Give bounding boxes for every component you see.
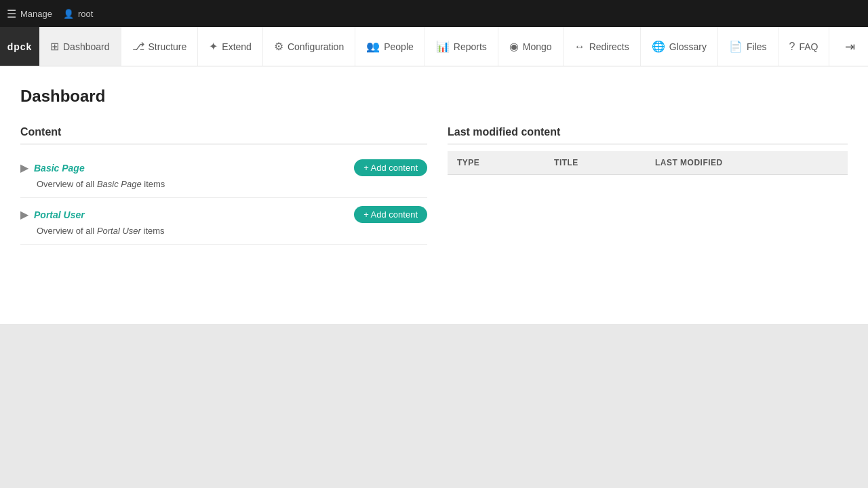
content-section: Content ▶ Basic Page + Add content Overv…	[20, 126, 427, 245]
nav-label-glossary: Glossary	[669, 41, 707, 52]
dashboard-icon: ⊞	[50, 40, 59, 53]
extend-icon: ✦	[209, 40, 218, 53]
two-column-layout: Content ▶ Basic Page + Add content Overv…	[20, 126, 848, 245]
main-nav: dpck ⊞ Dashboard ⎇ Structure ✦ Extend ⚙ …	[0, 27, 868, 66]
content-item-portal-user: ▶ Portal User + Add content Overview of …	[20, 198, 427, 245]
nav-label-files: Files	[747, 41, 767, 52]
col-last-modified: LAST MODIFIED	[646, 151, 848, 175]
user-label: root	[78, 9, 93, 19]
last-modified-section: Last modified content TYPE TITLE LAST MO…	[448, 126, 848, 245]
last-modified-table: TYPE TITLE LAST MODIFIED	[448, 151, 848, 175]
nav-items: ⊞ Dashboard ⎇ Structure ✦ Extend ⚙ Confi…	[39, 27, 829, 66]
last-modified-table-head: TYPE TITLE LAST MODIFIED	[448, 151, 848, 175]
nav-item-faq[interactable]: ? FAQ	[778, 27, 830, 66]
manage-label: Manage	[20, 9, 52, 19]
nav-label-reports: Reports	[454, 41, 487, 52]
content-item-basic-page: ▶ Basic Page + Add content Overview of a…	[20, 151, 427, 198]
content-item-basic-page-left: ▶ Basic Page	[20, 161, 85, 174]
nav-item-files[interactable]: 📄 Files	[718, 27, 778, 66]
content-item-portal-user-left: ▶ Portal User	[20, 208, 85, 221]
col-title: TITLE	[545, 151, 646, 175]
reports-icon: 📊	[436, 40, 450, 53]
structure-icon: ⎇	[132, 40, 144, 53]
basic-page-add-content-button[interactable]: + Add content	[354, 159, 427, 176]
redirects-icon: ↔	[574, 41, 585, 53]
manage-menu[interactable]: ☰ Manage	[7, 7, 52, 20]
basic-page-type-icon: ▶	[20, 161, 28, 174]
portal-user-link[interactable]: Portal User	[34, 209, 85, 220]
nav-item-extend[interactable]: ✦ Extend	[198, 27, 263, 66]
user-icon: 👤	[63, 9, 74, 19]
people-icon: 👥	[366, 40, 380, 53]
nav-label-dashboard: Dashboard	[63, 41, 110, 52]
content-item-basic-page-header: ▶ Basic Page + Add content	[20, 159, 427, 176]
nav-label-redirects: Redirects	[589, 41, 629, 52]
basic-page-description: Overview of all Basic Page items	[37, 179, 427, 189]
configuration-icon: ⚙	[274, 40, 283, 53]
nav-label-mongo: Mongo	[523, 41, 552, 52]
nav-item-glossary[interactable]: 🌐 Glossary	[641, 27, 718, 66]
page-content: Dashboard Content ▶ Basic Page + Add con…	[0, 66, 868, 324]
nav-right: ⇥	[829, 27, 868, 66]
nav-label-structure: Structure	[149, 41, 187, 52]
nav-item-redirects[interactable]: ↔ Redirects	[564, 27, 641, 66]
nav-item-reports[interactable]: 📊 Reports	[425, 27, 498, 66]
page-footer	[0, 324, 868, 488]
portal-user-type-icon: ▶	[20, 208, 28, 221]
nav-label-configuration: Configuration	[288, 41, 344, 52]
nav-expand-button[interactable]: ⇥	[836, 33, 863, 60]
col-type: TYPE	[448, 151, 545, 175]
page-title: Dashboard	[20, 87, 848, 106]
hamburger-icon: ☰	[7, 7, 16, 20]
basic-page-link[interactable]: Basic Page	[34, 163, 85, 174]
mongo-icon: ◉	[509, 40, 519, 53]
last-modified-table-header-row: TYPE TITLE LAST MODIFIED	[448, 151, 848, 175]
glossary-icon: 🌐	[652, 40, 665, 53]
nav-item-dashboard[interactable]: ⊞ Dashboard	[39, 27, 121, 66]
user-menu[interactable]: 👤 root	[63, 9, 93, 19]
nav-item-structure[interactable]: ⎇ Structure	[121, 27, 199, 66]
portal-user-add-content-button[interactable]: + Add content	[354, 206, 427, 223]
site-logo[interactable]: dpck	[0, 27, 39, 66]
content-section-heading: Content	[20, 126, 427, 144]
last-modified-heading: Last modified content	[448, 126, 848, 144]
portal-user-description: Overview of all Portal User items	[37, 226, 427, 236]
files-icon: 📄	[729, 40, 743, 53]
content-item-portal-user-header: ▶ Portal User + Add content	[20, 206, 427, 223]
admin-bar: ☰ Manage 👤 root	[0, 0, 868, 27]
nav-label-extend: Extend	[222, 41, 252, 52]
nav-item-mongo[interactable]: ◉ Mongo	[498, 27, 564, 66]
faq-icon: ?	[789, 41, 795, 53]
nav-item-configuration[interactable]: ⚙ Configuration	[263, 27, 355, 66]
nav-label-people: People	[384, 41, 414, 52]
nav-item-people[interactable]: 👥 People	[355, 27, 425, 66]
nav-label-faq: FAQ	[799, 41, 818, 52]
